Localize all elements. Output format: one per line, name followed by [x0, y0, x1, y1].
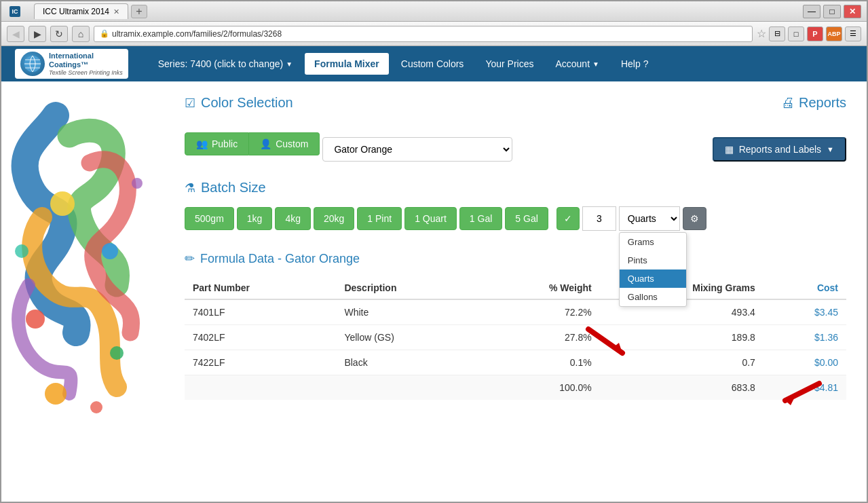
weight-7401: 72.2%	[478, 299, 599, 325]
nav-item-series[interactable]: Series: 7400 (click to change) ▼	[149, 53, 302, 75]
menu-btn[interactable]: ☰	[845, 26, 861, 41]
reader-view-btn[interactable]: ⊟	[769, 26, 785, 41]
unit-option-gallons[interactable]: Gallons	[620, 288, 686, 306]
reports-label: Reports	[799, 95, 846, 111]
browser-tab[interactable]: ICC Ultramix 2014 ✕	[34, 3, 128, 19]
unit-option-grams[interactable]: Grams	[620, 233, 686, 251]
weight-7422: 0.1%	[478, 350, 599, 375]
custom-label: Custom	[276, 138, 308, 149]
unit-option-quarts[interactable]: Quarts	[620, 269, 686, 288]
desc-white: White	[336, 299, 478, 325]
address-bar[interactable]: 🔒 ultramix.example.com/families/2/formul…	[94, 26, 753, 42]
batch-size-header: ⚗ Batch Size	[185, 180, 846, 195]
reports-section: 🖨 Reports	[781, 95, 846, 117]
color-selection-icon: ☑	[185, 96, 195, 111]
adblock-btn[interactable]: ABP	[826, 26, 842, 41]
cost-7401: $3.45	[763, 299, 846, 325]
public-icon: 👥	[196, 138, 208, 149]
formula-data-title: Formula Data - Gator Orange	[200, 252, 360, 266]
col-header-cost: Cost	[763, 277, 846, 299]
nav-bar: ◀ ▶ ↻ ⌂ 🔒 ultramix.example.com/families/…	[1, 22, 867, 46]
public-custom-group: 👥 Public 👤 Custom	[185, 132, 320, 155]
color-select-dropdown[interactable]: Gator Orange Forest Green Sky Blue	[322, 137, 512, 162]
part-number-7401: 7401LF	[185, 299, 336, 325]
content-area: ☑ Color Selection 🖨 Reports	[185, 95, 846, 400]
total-empty-1	[185, 375, 336, 400]
batch-1quart-btn[interactable]: 1 Quart	[404, 207, 457, 230]
bookmark-icon[interactable]: ☆	[757, 27, 766, 40]
batch-20kg-btn[interactable]: 20kg	[314, 207, 354, 230]
series-caret-icon: ▼	[286, 60, 293, 68]
svg-point-3	[102, 243, 118, 259]
nav-items: Series: 7400 (click to change) ▼ Formula…	[149, 53, 867, 75]
qty-input[interactable]	[582, 206, 616, 231]
svg-point-9	[90, 401, 102, 413]
cost-7402: $1.36	[763, 325, 846, 350]
unit-dropdown-open: Grams Pints Quarts Gallons	[619, 232, 687, 307]
public-btn[interactable]: 👥 Public	[185, 132, 249, 155]
formula-section: ✏ Formula Data - Gator Orange Part Numbe…	[185, 251, 846, 400]
tab-close-btn[interactable]: ✕	[113, 7, 119, 16]
nav-item-your-prices[interactable]: Your Prices	[476, 53, 543, 75]
forward-btn[interactable]: ▶	[29, 26, 46, 42]
logo-subtitle: Textile Screen Printing Inks	[49, 69, 123, 76]
extension-btn[interactable]: P	[807, 26, 823, 41]
nav-right: ☆ ⊟ □ P ABP ☰	[757, 26, 861, 41]
batch-5gal-btn[interactable]: 5 Gal	[505, 207, 548, 230]
nav-item-help[interactable]: Help ?	[611, 53, 658, 75]
app-content: International Coatings™ Textile Screen P…	[1, 46, 867, 502]
tab-title: ICC Ultramix 2014	[43, 7, 109, 16]
unit-option-pints[interactable]: Pints	[620, 251, 686, 269]
svg-point-8	[15, 244, 29, 258]
color-selection-title: Color Selection	[201, 95, 293, 111]
formula-header-row: Part Number Description % Weight Mixing …	[185, 277, 846, 299]
logo-line1: International	[49, 52, 123, 60]
paint-splash-decoration	[1, 81, 164, 502]
batch-1gal-btn[interactable]: 1 Gal	[459, 207, 502, 230]
close-btn[interactable]: ✕	[844, 5, 861, 18]
logo: International Coatings™ Textile Screen P…	[15, 49, 128, 79]
batch-buttons-group: 500gm 1kg 4kg 20kg 1 Pint 1 Quart 1 Gal …	[185, 206, 846, 231]
total-cost: $4.81	[763, 375, 846, 400]
maximize-btn[interactable]: □	[823, 5, 841, 18]
table-row: 7422LF Black 0.1% 0.7 $0.00	[185, 350, 846, 375]
batch-4kg-btn[interactable]: 4kg	[275, 207, 311, 230]
formula-total-row: 100.0% 683.8 $4.81	[185, 375, 846, 400]
batch-1pint-btn[interactable]: 1 Pint	[357, 207, 402, 230]
new-tab-btn[interactable]: +	[131, 5, 147, 18]
nav-item-formula-mixer[interactable]: Formula Mixer	[305, 53, 389, 75]
refresh-btn[interactable]: ↻	[50, 26, 68, 42]
your-prices-label: Your Prices	[485, 58, 533, 69]
total-weight: 100.0%	[478, 375, 599, 400]
back-btn[interactable]: ◀	[7, 26, 24, 42]
reports-labels-btn[interactable]: ▦ Reports and Labels ▼	[713, 137, 846, 162]
custom-colors-label: Custom Colors	[401, 58, 464, 69]
formula-table-body: 7401LF White 72.2% 493.4 $3.45 7402LF Ye…	[185, 299, 846, 400]
public-label: Public	[212, 138, 238, 149]
table-row: 7402LF Yellow (GS) 27.8% 189.8 $1.36	[185, 325, 846, 350]
home-btn[interactable]: ⌂	[72, 26, 90, 42]
nav-item-account[interactable]: Account ▼	[546, 53, 609, 75]
unit-select[interactable]: Grams Pints Quarts Gallons	[619, 206, 680, 231]
top-nav: International Coatings™ Textile Screen P…	[1, 46, 867, 81]
color-controls: 👥 Public 👤 Custom Gator Orange Forest Gr…	[185, 132, 512, 166]
address-lock-icon: 🔒	[100, 29, 109, 38]
part-number-7402: 7402LF	[185, 325, 336, 350]
formula-table: Part Number Description % Weight Mixing …	[185, 277, 846, 400]
batch-500gm-btn[interactable]: 500gm	[185, 207, 234, 230]
account-caret-icon: ▼	[592, 60, 599, 68]
svg-point-4	[26, 310, 45, 329]
tab-sync-btn[interactable]: □	[788, 26, 804, 41]
minimize-btn[interactable]: —	[803, 5, 820, 18]
account-label: Account	[555, 58, 590, 69]
svg-point-6	[45, 383, 67, 405]
svg-point-1	[29, 109, 137, 448]
color-selection-header: ☑ Color Selection	[185, 95, 293, 111]
batch-1kg-btn[interactable]: 1kg	[237, 207, 273, 230]
weight-7402: 27.8%	[478, 325, 599, 350]
unit-settings-btn[interactable]: ⚙	[683, 207, 706, 230]
formula-mixer-label: Formula Mixer	[314, 58, 379, 69]
custom-btn[interactable]: 👤 Custom	[249, 132, 320, 155]
nav-item-custom-colors[interactable]: Custom Colors	[392, 53, 474, 75]
qty-confirm-btn[interactable]: ✓	[556, 207, 580, 230]
